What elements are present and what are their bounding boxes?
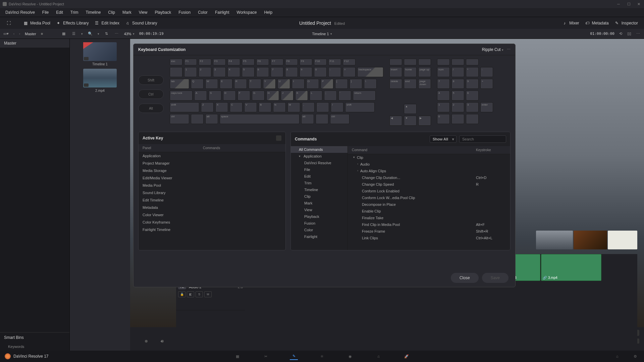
key-2[interactable]: 2	[199, 67, 211, 77]
panel-fairlight-timeline[interactable]: Fairlight Timeline	[139, 226, 285, 233]
key-=[interactable]: =	[343, 67, 356, 77]
menu-fusion[interactable]: Fusion	[175, 9, 194, 16]
key-*[interactable]: *	[466, 67, 479, 77]
effects-library-button[interactable]: ✦Effects Library	[53, 19, 91, 27]
zoom-dropdown[interactable]: 43% ▾	[124, 32, 135, 36]
panel-sound-library[interactable]: Sound Library	[139, 189, 285, 196]
key-return[interactable]: return	[353, 90, 376, 101]
color-page-icon[interactable]: ◉	[346, 353, 354, 360]
cmd-finalize-take[interactable]: Finalize Take	[348, 215, 510, 221]
sort-icon[interactable]: ⇅	[104, 31, 109, 37]
audio-clip[interactable]: 🔗3.mp4	[541, 254, 601, 281]
key-r[interactable]: R	[234, 79, 247, 89]
clip-thumb[interactable]	[574, 231, 607, 249]
auto-select-icon[interactable]: ◧	[187, 291, 194, 297]
dual-view-icon[interactable]: ▯▯	[627, 31, 632, 37]
mixer-button[interactable]: ♪Mixer	[559, 19, 582, 27]
more-icon[interactable]: ⋯	[635, 31, 641, 37]
list-view-icon[interactable]: ☰	[71, 31, 76, 37]
menu-playback[interactable]: Playback	[151, 9, 174, 16]
smart-bins-header[interactable]: Smart Bins	[0, 332, 69, 343]
tree-color[interactable]: Color	[291, 227, 347, 233]
timeline-dropdown[interactable]: Timeline 1 ▾	[312, 32, 332, 36]
tree-davinci-resolve[interactable]: DaVinci Resolve	[291, 160, 347, 166]
key-shift[interactable]: shift	[345, 102, 375, 112]
key-1[interactable]: 1	[437, 102, 450, 112]
cmd-audio[interactable]: ›Audio	[348, 161, 510, 168]
dialog-more-icon[interactable]: ⋯	[507, 47, 511, 52]
key--[interactable]: -	[328, 67, 341, 77]
key-0[interactable]: 0	[314, 67, 327, 77]
panel-project-manager[interactable]: Project Manager	[139, 160, 285, 167]
key-[interactable]	[466, 59, 479, 65]
nav-prev[interactable]: ‹	[13, 32, 14, 36]
fairlight-page-icon[interactable]: ♫	[374, 353, 382, 360]
key-tab[interactable]: tab	[170, 79, 189, 89]
key-[interactable]	[316, 114, 328, 124]
mute-button[interactable]: M	[204, 291, 212, 297]
key-[interactable]	[389, 59, 402, 65]
tree-fusion[interactable]: Fusion	[291, 220, 347, 227]
key-f8[interactable]: F8	[285, 59, 298, 65]
key-v[interactable]: V	[244, 102, 257, 112]
menu-mark[interactable]: Mark	[119, 9, 135, 16]
fusion-page-icon[interactable]: ⚛	[318, 353, 326, 360]
key-3[interactable]: 3	[466, 102, 479, 112]
key-/[interactable]: /	[331, 102, 343, 112]
menu-clip[interactable]: Clip	[105, 9, 118, 16]
key-q[interactable]: Q	[191, 79, 204, 89]
keywords-bin[interactable]: Keywords	[0, 343, 69, 351]
key-1[interactable]: 1	[184, 67, 197, 77]
close-window-button[interactable]: ✕	[637, 2, 641, 6]
marker-dot[interactable]	[145, 340, 148, 343]
menu-trim[interactable]: Trim	[67, 9, 82, 16]
key-f9[interactable]: F9	[300, 59, 312, 65]
cmd-enable-clip[interactable]: Enable Clip	[348, 208, 510, 215]
key-2[interactable]: 2	[451, 102, 464, 112]
cut-page-icon[interactable]: ✂	[262, 353, 270, 360]
key-y[interactable]: Y	[263, 79, 276, 89]
menu-fairlight[interactable]: Fairlight	[212, 9, 233, 16]
key-p[interactable]: P	[321, 79, 333, 89]
key-w[interactable]: W	[205, 79, 218, 89]
key-8[interactable]: 8	[451, 79, 464, 89]
key-[interactable]	[437, 59, 450, 65]
menu-color[interactable]: Color	[195, 9, 211, 16]
preset-dropdown[interactable]: Ripple Cut ▾	[482, 47, 503, 52]
key-x[interactable]: X	[215, 102, 228, 112]
edit-page-icon[interactable]: ✎	[290, 353, 298, 360]
key-j[interactable]: J	[281, 90, 293, 101]
grid-view-icon[interactable]: ▦	[61, 31, 66, 37]
key-space[interactable]: space	[220, 114, 300, 124]
tree-fairlight[interactable]: Fairlight	[291, 233, 347, 240]
key--[interactable]: -	[480, 67, 493, 77]
deliver-page-icon[interactable]: 🚀	[402, 353, 411, 360]
menu-edit[interactable]: Edit	[53, 9, 66, 16]
tree-playback[interactable]: Playback	[291, 213, 347, 220]
key-c[interactable]: C	[230, 102, 243, 112]
key-[interactable]	[191, 114, 204, 124]
key-k[interactable]: K	[295, 90, 308, 101]
panel-edit-media-viewer[interactable]: Edit/Media Viewer	[139, 174, 285, 182]
key-9[interactable]: 9	[466, 79, 479, 89]
key-ctrl[interactable]: ctrl	[170, 114, 189, 124]
panel-media-storage[interactable]: Media Storage	[139, 167, 285, 174]
lock-icon[interactable]: 🔒	[178, 291, 185, 297]
key-page down[interactable]: page down	[418, 79, 431, 89]
key-f10[interactable]: F10	[314, 59, 327, 65]
master-dropdown[interactable]: Master	[25, 32, 36, 36]
menu-timeline[interactable]: Timeline	[82, 9, 104, 16]
key-[interactable]	[451, 59, 464, 65]
key-f4[interactable]: F4	[227, 59, 240, 65]
clip-thumb[interactable]	[536, 231, 573, 249]
key-◀[interactable]: ◀	[389, 116, 402, 126]
key-.[interactable]: .	[316, 102, 329, 112]
key-6[interactable]: 6	[466, 90, 479, 101]
key-5[interactable]: 5	[242, 67, 255, 77]
key-g[interactable]: G	[252, 90, 265, 101]
tree-mark[interactable]: Mark	[291, 200, 347, 206]
tree-clip[interactable]: Clip	[291, 193, 347, 200]
sound-library-button[interactable]: ♫Sound Library	[122, 19, 160, 27]
key-delete[interactable]: delete	[389, 79, 402, 89]
commands-filter-dropdown[interactable]: Show All	[430, 135, 457, 143]
